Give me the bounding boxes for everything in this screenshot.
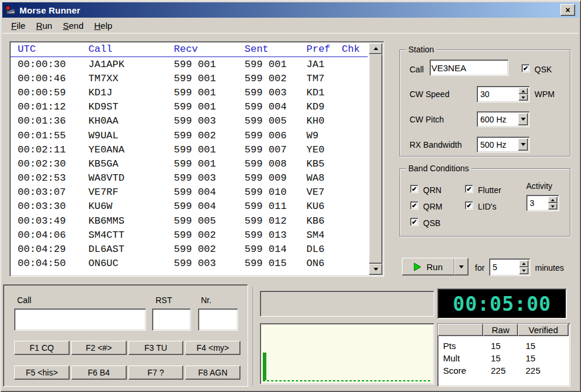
close-button[interactable]: ×	[560, 4, 575, 16]
scroll-down-button[interactable]	[369, 264, 382, 275]
scroll-up-button[interactable]	[369, 43, 382, 54]
log-cell: WA8VTD	[88, 172, 174, 184]
score-body: Pts1515Mult1515Score225225	[438, 336, 570, 377]
entry-nr-label: Nr.	[201, 295, 212, 305]
log-cell: 00:03:49	[18, 215, 88, 227]
fkey-button-f3[interactable]: F3 TU	[128, 341, 184, 355]
score-row-label: Mult	[438, 353, 483, 363]
duration-up-button[interactable]	[519, 260, 529, 267]
run-button-main[interactable]: Run	[402, 258, 454, 275]
qsb-label: QSB	[423, 218, 441, 228]
log-cell: 599 001	[174, 73, 245, 84]
log-column-header: Recv	[174, 44, 245, 55]
log-cell: 00:00:46	[18, 73, 88, 84]
scroll-thumb[interactable]	[369, 54, 382, 264]
log-cell: VE7RF	[88, 187, 174, 198]
fkey-button-f6[interactable]: F6 B4	[71, 366, 127, 380]
entry-rst-input[interactable]	[154, 310, 189, 329]
log-cell: 599 002	[174, 130, 245, 141]
cw-speed-up-button[interactable]	[519, 88, 528, 94]
menu-item-file[interactable]: File	[6, 19, 31, 32]
log-column-header: Sent	[245, 44, 306, 55]
log-cell: KB5	[306, 158, 342, 170]
duration-down-button[interactable]	[519, 267, 529, 274]
fkey-button-f5[interactable]: F5 <his>	[14, 366, 70, 380]
lids-checkbox[interactable]: ✔	[465, 201, 473, 210]
log-cell: WA8	[306, 172, 342, 184]
entry-panel: Call RST Nr. F1 CQF2 <#>F3 TUF4 <my>F5 <…	[3, 284, 248, 387]
log-cell: 599 001	[174, 158, 245, 170]
band-conditions-title: Band Conditions	[406, 164, 471, 173]
cw-speed-label: CW Speed	[410, 89, 450, 99]
score-verified-value: 15	[518, 341, 569, 351]
score-row: Pts1515	[438, 340, 570, 352]
entry-rst-field[interactable]	[152, 308, 191, 331]
activity-label: Activity	[526, 181, 552, 191]
fkey-button-f7[interactable]: F7 ?	[128, 366, 184, 380]
rx-bandwidth-value: 500 Hz	[480, 140, 506, 150]
station-call-field[interactable]	[430, 59, 509, 76]
cw-speed-spinbox[interactable]: 30	[477, 86, 530, 102]
qsb-checkbox[interactable]: ✔	[410, 218, 418, 226]
log-cell: KH0AA	[88, 115, 174, 127]
station-call-input[interactable]	[431, 61, 507, 74]
fkey-button-f8[interactable]: F8 AGN	[185, 366, 240, 380]
activity-up-button[interactable]	[548, 197, 557, 203]
entry-call-field[interactable]	[14, 308, 146, 331]
cw-speed-down-button[interactable]	[519, 94, 528, 101]
cw-pitch-dropdown-button[interactable]	[518, 113, 528, 125]
flutter-checkbox[interactable]: ✔	[465, 185, 473, 193]
menu-item-help[interactable]: Help	[89, 19, 118, 32]
score-column-header: Raw	[483, 324, 518, 336]
entry-call-input[interactable]	[16, 310, 144, 329]
fkey-button-f2[interactable]: F2 <#>	[71, 341, 127, 355]
log-cell: 599 011	[245, 201, 306, 212]
rx-bandwidth-dropdown[interactable]: 500 Hz	[477, 137, 530, 152]
log-cell: 599 014	[245, 244, 306, 255]
menu-item-send[interactable]: Send	[58, 19, 89, 32]
cw-pitch-dropdown[interactable]: 600 Hz	[477, 111, 530, 127]
log-cell: KB6MMS	[88, 215, 174, 227]
score-column-header: Verified	[518, 324, 569, 336]
qrn-checkbox[interactable]: ✔	[410, 185, 418, 193]
qso-log: UTCCallRecvSentPrefChk 00:00:30JA1APK599…	[9, 41, 384, 277]
run-dropdown-button[interactable]	[454, 258, 468, 275]
fkey-button-f1[interactable]: F1 CQ	[14, 341, 70, 355]
activity-spinbox[interactable]: 3	[526, 195, 559, 211]
log-cell: 00:02:53	[18, 172, 88, 184]
duration-spinbox[interactable]: 5	[489, 258, 530, 276]
log-cell: ON6	[306, 258, 342, 269]
run-button[interactable]: Run	[402, 258, 468, 275]
log-cell: 599 001	[245, 59, 306, 70]
log-cell: 599 001	[174, 87, 245, 98]
menu-bar: FileRunSendHelp	[2, 18, 579, 34]
log-row: 00:04:29DL6AST599 002599 014DL6	[10, 242, 384, 256]
log-cell: VE7	[306, 187, 342, 198]
log-cell: 00:04:29	[18, 244, 88, 255]
qrm-checkbox[interactable]: ✔	[410, 201, 418, 210]
log-cell: KD9	[306, 101, 342, 112]
entry-nr-field[interactable]	[198, 308, 238, 331]
activity-down-button[interactable]	[548, 203, 557, 210]
log-row: 00:02:11YE0ANA599 001599 007YE0	[10, 142, 384, 157]
rate-bar	[263, 353, 266, 380]
log-rows: 00:00:30JA1APK599 001599 001JA100:00:46T…	[10, 57, 384, 271]
wpm-label: WPM	[534, 89, 554, 99]
log-cell: 00:04:50	[18, 258, 88, 269]
entry-nr-input[interactable]	[200, 310, 236, 329]
spin-down-icon	[551, 205, 554, 208]
dropdown-arrow-icon	[459, 265, 464, 268]
spin-up-icon	[522, 263, 526, 265]
log-cell: KD1	[306, 87, 342, 98]
fkey-button-f4[interactable]: F4 <my>	[185, 341, 240, 355]
qsk-checkbox[interactable]: ✔	[521, 64, 530, 72]
entry-call-label: Call	[17, 295, 31, 305]
log-scrollbar[interactable]	[369, 43, 382, 275]
call-label: Call	[410, 65, 424, 74]
log-cell: 599 001	[174, 101, 245, 112]
score-header: RawVerified	[438, 324, 570, 336]
log-cell: W9	[306, 130, 342, 141]
menu-item-run[interactable]: Run	[31, 19, 58, 32]
rx-bandwidth-dropdown-button[interactable]	[518, 138, 528, 151]
log-row: 00:01:36KH0AA599 003599 005KH0	[10, 114, 384, 128]
